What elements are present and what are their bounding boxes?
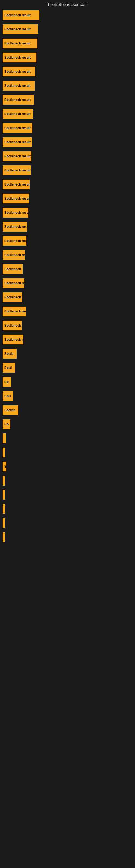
bar-label: Bottleneck result xyxy=(4,183,30,186)
bar-row: Bottleneck result xyxy=(3,51,132,65)
bar-row: Bottleneck result xyxy=(3,149,132,163)
bar-label: Bottle xyxy=(4,352,13,355)
bar-label: Bottleneck result xyxy=(4,56,31,59)
bar: Bottleneck result xyxy=(3,236,27,246)
bar-label: Bottleneck resu xyxy=(4,225,27,229)
bar-row: Bottleneck result xyxy=(3,79,132,93)
bar-label: Bott xyxy=(4,394,11,398)
bar-label: Bottl xyxy=(4,366,12,370)
bar-label: Bottleneck result xyxy=(4,140,31,144)
bar-row: Bottleneck result xyxy=(3,135,132,149)
bar-row: Bottleneck xyxy=(3,262,132,276)
bar-label: Bottleneck result xyxy=(4,84,31,88)
bar-row: Bottleneck result xyxy=(3,93,132,107)
bar-row: Bottleneck result xyxy=(3,163,132,177)
bar-row: Bottleneck result xyxy=(3,107,132,121)
bar-label: Bottleneck result xyxy=(4,154,31,158)
bar-row: Bottlen xyxy=(3,403,132,417)
bar xyxy=(3,504,5,514)
bar-row: Bottleneck res xyxy=(3,248,132,262)
bar xyxy=(3,433,6,443)
bar-label: Bottleneck result xyxy=(4,126,31,130)
bar: Bottleneck resu xyxy=(3,222,27,231)
bar-label: Bottleneck result xyxy=(4,27,31,31)
bar: Bottleneck xyxy=(3,321,21,330)
bar: Bottleneck result xyxy=(3,67,35,76)
bar-row: Bottleneck result xyxy=(3,191,132,206)
bar: Bottleneck xyxy=(3,264,23,274)
bar: Bottleneck res xyxy=(3,250,25,260)
bar: Bottleneck result xyxy=(3,165,31,175)
bar-row xyxy=(3,516,132,530)
bar: Bottl xyxy=(3,363,15,373)
bar-label: Bottleneck result xyxy=(4,211,28,215)
bar-label: Bottleneck r xyxy=(4,296,22,299)
bar-row xyxy=(3,474,132,488)
bar-row: Bottleneck result xyxy=(3,177,132,191)
bar: Bottleneck result xyxy=(3,81,35,91)
bar: Bottleneck result xyxy=(3,123,32,133)
bar xyxy=(3,476,5,486)
bar: Bottleneck result xyxy=(3,137,32,147)
bar: Bottleneck result xyxy=(3,194,29,204)
bar: Bottleneck result xyxy=(3,95,34,105)
bar-label: Bottleneck res xyxy=(4,253,25,257)
bar-row: Bottleneck re xyxy=(3,333,132,347)
bar-label: Bottleneck result xyxy=(4,13,31,17)
bar-row: Bottleneck resu xyxy=(3,304,132,318)
bar: Bo xyxy=(3,377,11,387)
bar-row: Bo xyxy=(3,375,132,389)
bar-row: Bottleneck result xyxy=(3,234,132,248)
bar-row: Bottleneck result xyxy=(3,65,132,79)
bar: Bottlen xyxy=(3,405,18,415)
bar-row: Bottleneck result xyxy=(3,121,132,135)
bar-row: Bottleneck result xyxy=(3,206,132,220)
bar-row xyxy=(3,502,132,516)
bar-row: Bottleneck result xyxy=(3,36,132,51)
bar xyxy=(3,490,5,500)
bar xyxy=(3,532,5,542)
bar-row xyxy=(3,488,132,502)
bar-label: Bottleneck result xyxy=(4,112,31,116)
bar: Bottleneck result xyxy=(3,10,39,20)
bar: Bottleneck result xyxy=(3,109,33,119)
bar-row: Bottleneck res xyxy=(3,276,132,290)
bar-label: Bottleneck result xyxy=(4,98,31,102)
bar-row: Bottleneck result xyxy=(3,22,132,36)
bar-row xyxy=(3,431,132,445)
bar-label: Bottleneck xyxy=(4,323,21,328)
chart-area: Bottleneck resultBottleneck resultBottle… xyxy=(0,8,135,544)
bar-row: Bottleneck resu xyxy=(3,220,132,234)
bar-row: Bottleneck xyxy=(3,318,132,333)
bar-label: Bottleneck resu xyxy=(4,310,26,313)
bar: Bottleneck re xyxy=(3,335,23,344)
bar: Bottleneck result xyxy=(3,208,28,218)
bar-row xyxy=(3,445,132,460)
bar: Bottleneck result xyxy=(3,53,37,62)
bar: Bottleneck result xyxy=(3,24,38,34)
bar-row: Bottle xyxy=(3,347,132,361)
bar-label: Bottleneck result xyxy=(4,168,31,172)
bar: Bottleneck resu xyxy=(3,307,26,316)
bar-label: Bottlen xyxy=(4,408,15,412)
bar-row: Bottleneck result xyxy=(3,8,132,22)
bar: B xyxy=(3,462,6,471)
bar-label: Bottleneck xyxy=(4,267,21,271)
bar: Bott xyxy=(3,391,13,401)
bar: Bottleneck result xyxy=(3,180,30,189)
bar-label: Bottleneck re xyxy=(4,338,23,341)
bar: Bottleneck result xyxy=(3,38,37,48)
bar-row: Bottleneck r xyxy=(3,290,132,304)
bar-row: Bo xyxy=(3,417,132,431)
bar: Bottle xyxy=(3,349,17,359)
bar xyxy=(3,518,5,528)
bar: Bottleneck r xyxy=(3,292,22,302)
bar-row: B xyxy=(3,460,132,474)
bar-label: Bottleneck res xyxy=(4,281,24,285)
bar-label: Bottleneck result xyxy=(4,197,29,200)
bar: Bottleneck result xyxy=(3,151,31,161)
bar-label: B xyxy=(4,465,6,468)
bar-row xyxy=(3,530,132,544)
bar: Bottleneck res xyxy=(3,278,24,288)
bar-label: Bottleneck result xyxy=(4,41,31,45)
